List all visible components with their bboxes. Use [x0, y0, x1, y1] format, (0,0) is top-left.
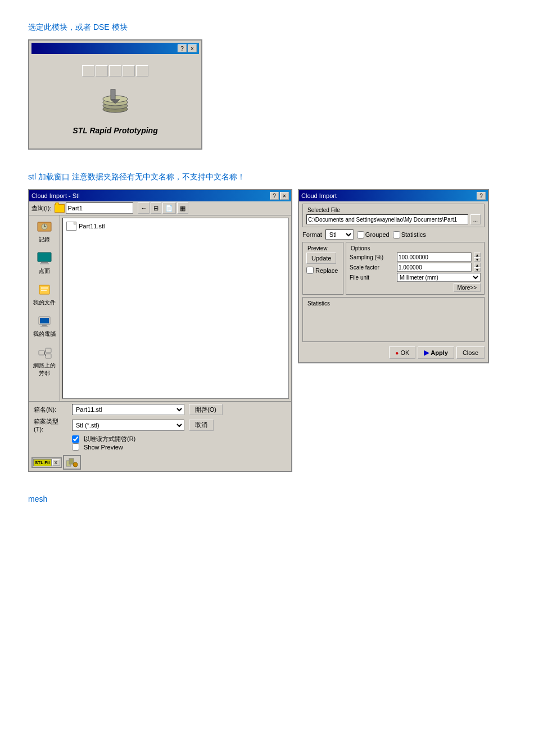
- cloud-stl-content: 記錄 点面: [29, 215, 291, 401]
- fileunit-label: File unit: [350, 274, 395, 281]
- svg-rect-4: [111, 89, 115, 100]
- selected-file-section: Selected File ...: [302, 204, 485, 227]
- replace-checkbox[interactable]: [306, 267, 314, 274]
- cloud-stl-toolbar: 查询(I): ← ⊞ 📄 ▦: [29, 201, 291, 215]
- scale-down-button[interactable]: ▼: [474, 267, 481, 272]
- toolbar-btn2[interactable]: [96, 65, 108, 76]
- format-label: Format: [302, 231, 322, 238]
- sidebar-label-desktop: 点面: [39, 267, 50, 275]
- cloud-import-footer: ● OK ▶ Apply Close: [299, 344, 488, 362]
- desktop-icon: [35, 250, 53, 266]
- update-button[interactable]: Update: [306, 253, 336, 264]
- stl-mini-icon1: [65, 457, 79, 467]
- stl-rp-body: STL Rapid Prototyping: [31, 54, 199, 146]
- history-icon: [35, 219, 53, 235]
- section2: stl 加载窗口 注意数据夹路径有无中文名称，不支持中文名称！ Cloud Im…: [28, 172, 506, 472]
- svg-rect-10: [38, 253, 51, 262]
- options-title: Options: [350, 245, 371, 251]
- stl-mini-label: STL Fil: [33, 459, 52, 466]
- cloud-stl-title: Cloud Import - Stl: [31, 192, 270, 199]
- readonly-checkbox[interactable]: [72, 435, 79, 443]
- list-item[interactable]: Part11.stl: [65, 220, 286, 232]
- cloud-import-titlebar-btns: ?: [477, 192, 486, 200]
- preview-checkbox[interactable]: [72, 443, 79, 451]
- nav-back-button[interactable]: ←: [138, 202, 150, 214]
- ok-button[interactable]: ● OK: [389, 346, 415, 359]
- more-button[interactable]: More>>: [454, 283, 481, 292]
- sampling-input[interactable]: [397, 253, 472, 262]
- filetype-select[interactable]: Stl (*.stl): [72, 420, 184, 431]
- cloud-import-titlebar: Cloud Import ?: [299, 190, 488, 201]
- folder-icon: [55, 204, 65, 213]
- file-path-input[interactable]: [306, 214, 468, 224]
- section1-label: 选定此模块，或者 DSE 模块: [28, 22, 506, 33]
- cloud-import-title: Cloud Import: [301, 192, 477, 199]
- filename-select[interactable]: Part11.stl: [72, 404, 184, 415]
- replace-label: Replace: [315, 267, 338, 274]
- sidebar-item-network[interactable]: 網路上的芳邻: [30, 344, 58, 379]
- checkbox-row1: 以唯读方式開啓(R): [72, 435, 287, 443]
- sidebar-item-desktop[interactable]: 点面: [34, 249, 55, 276]
- statistics-checkbox-row: Statistics: [393, 231, 426, 238]
- scale-up-button[interactable]: ▲: [474, 263, 481, 267]
- file-list[interactable]: Part11.stl: [62, 218, 289, 399]
- svg-rect-20: [39, 350, 44, 355]
- sidebar-item-computer[interactable]: 我的電腦: [32, 312, 57, 339]
- filename-row: 箱名(N): Part11.stl 開啓(O): [34, 404, 287, 415]
- scale-input[interactable]: [397, 263, 472, 272]
- cloud-stl-titlebar: Cloud Import - Stl ? ×: [29, 190, 291, 201]
- titlebar-buttons: ? ×: [270, 192, 289, 200]
- preview-label: Show Preview: [84, 444, 123, 451]
- sidebar-item-documents[interactable]: 我的文件: [32, 281, 57, 308]
- mesh-label: mesh: [28, 494, 506, 503]
- grouped-checkbox[interactable]: [357, 231, 364, 238]
- svg-rect-11: [41, 262, 48, 263]
- sidebar-label-documents: 我的文件: [33, 299, 56, 307]
- folder-selector: [55, 202, 133, 214]
- folder-input[interactable]: [66, 202, 133, 214]
- toolbar-btn4[interactable]: [123, 65, 135, 76]
- svg-rect-22: [46, 354, 51, 358]
- stl-mini-box: STL Fil ×: [31, 457, 62, 468]
- replace-row: Replace: [306, 267, 340, 274]
- cancel-button[interactable]: 取消: [189, 420, 214, 431]
- my-documents-icon: [35, 282, 53, 298]
- statistics-label: Statistics: [401, 231, 426, 238]
- sidebar-item-history[interactable]: 記錄: [34, 218, 55, 245]
- close-label: Close: [463, 349, 478, 356]
- sampling-spinners: ▲ ▼: [474, 253, 481, 262]
- toolbar-btn1[interactable]: [82, 65, 94, 76]
- fileunit-select[interactable]: Millimeter (mm): [397, 273, 481, 282]
- filetype-row: 箱案类型(T): Stl (*.stl) 取消: [34, 417, 287, 433]
- open-button[interactable]: 開啓(O): [189, 404, 223, 415]
- selected-file-title: Selected File: [306, 207, 341, 213]
- help-button[interactable]: ?: [178, 44, 187, 52]
- svg-rect-14: [41, 287, 48, 289]
- grouped-label: Grouped: [365, 231, 390, 238]
- fileunit-row: File unit Millimeter (mm): [350, 273, 481, 282]
- format-select[interactable]: Stl: [325, 230, 354, 240]
- close-button[interactable]: ×: [188, 44, 197, 52]
- apply-button[interactable]: ▶ Apply: [418, 346, 454, 359]
- grouped-checkbox-row: Grouped: [357, 231, 390, 238]
- toolbar-btn3[interactable]: [109, 65, 121, 76]
- browse-button[interactable]: ...: [470, 214, 481, 224]
- sampling-up-button[interactable]: ▲: [474, 253, 481, 257]
- cloud-stl-help-button[interactable]: ?: [270, 192, 279, 200]
- close-button[interactable]: Close: [456, 346, 485, 359]
- nav-view-button[interactable]: ▦: [177, 202, 188, 214]
- cloud-import-help-button[interactable]: ?: [477, 192, 486, 200]
- cloud-stl-close-button[interactable]: ×: [280, 192, 289, 200]
- toolbar-btn5[interactable]: [136, 65, 148, 76]
- mini-stl-toolbar: STL Fil ×: [31, 455, 291, 470]
- cloud-stl-dialog: Cloud Import - Stl ? × 查询(I): ←: [28, 189, 292, 472]
- stl-mini-icons: [63, 455, 81, 470]
- scale-spinners: ▲ ▼: [474, 263, 481, 272]
- nav-new-button[interactable]: 📄: [162, 202, 176, 214]
- nav-folder-button[interactable]: ⊞: [151, 202, 161, 214]
- stl-mini-close[interactable]: ×: [52, 459, 60, 466]
- statistics-checkbox[interactable]: [393, 231, 400, 238]
- sampling-down-button[interactable]: ▼: [474, 257, 481, 262]
- section1: 选定此模块，或者 DSE 模块 ? ×: [28, 22, 506, 150]
- format-row: Format Stl Grouped Statistics: [302, 230, 485, 240]
